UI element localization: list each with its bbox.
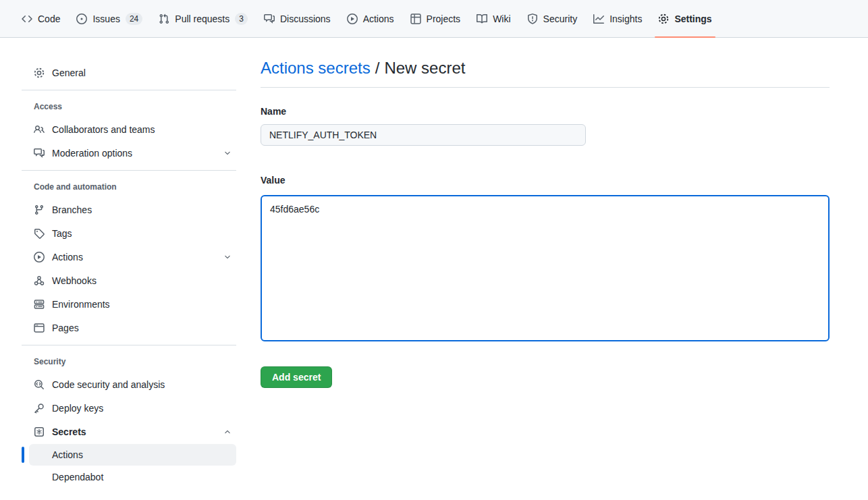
main-content: Actions secrets/New secret Name Value 45… bbox=[243, 38, 830, 388]
secrets-icon bbox=[34, 426, 45, 437]
sidebar-item-label: Code security and analysis bbox=[52, 379, 165, 390]
name-field-label: Name bbox=[261, 105, 830, 119]
actions-secrets-breadcrumb-link[interactable]: Actions secrets bbox=[261, 59, 371, 77]
tab-label: Settings bbox=[674, 11, 711, 26]
sidebar-item-pages[interactable]: Pages bbox=[29, 316, 236, 339]
key-icon bbox=[34, 403, 45, 414]
codescan-icon bbox=[34, 379, 45, 390]
sidebar-item-webhooks[interactable]: Webhooks bbox=[29, 269, 236, 292]
issues-count-badge: 24 bbox=[126, 13, 142, 25]
table-icon bbox=[410, 13, 421, 24]
tab-label: Projects bbox=[427, 11, 461, 26]
sidebar-section-security: Security bbox=[34, 355, 243, 368]
sidebar-item-label: Tags bbox=[52, 228, 72, 239]
issue-opened-icon bbox=[76, 13, 87, 24]
tab-label: Pull requests bbox=[175, 11, 229, 26]
tab-label: Code bbox=[38, 11, 60, 26]
sidebar-item-branches[interactable]: Branches bbox=[29, 198, 236, 221]
comment-discussion-icon bbox=[34, 148, 45, 159]
tab-projects[interactable]: Projects bbox=[405, 7, 466, 30]
tab-issues[interactable]: Issues 24 bbox=[71, 7, 148, 30]
git-branch-icon bbox=[34, 204, 45, 215]
tab-label: Actions bbox=[363, 11, 394, 26]
webhook-icon bbox=[34, 275, 45, 286]
sidebar-section-access: Access bbox=[34, 100, 243, 113]
graph-icon bbox=[593, 13, 604, 24]
tab-settings[interactable]: Settings bbox=[653, 7, 717, 30]
tab-code[interactable]: Code bbox=[16, 7, 65, 30]
sidebar-item-actions[interactable]: Actions bbox=[29, 245, 236, 269]
add-secret-button[interactable]: Add secret bbox=[261, 366, 332, 388]
gear-icon bbox=[658, 13, 669, 24]
sidebar-subitem-secrets-actions[interactable]: Actions bbox=[29, 444, 236, 466]
chevron-up-icon bbox=[223, 428, 232, 436]
divider bbox=[261, 87, 830, 88]
tab-pull-requests[interactable]: Pull requests 3 bbox=[153, 7, 253, 30]
sidebar-item-label: General bbox=[52, 67, 86, 78]
tag-icon bbox=[34, 228, 45, 239]
sidebar-item-label: Secrets bbox=[52, 426, 86, 437]
chevron-down-icon bbox=[223, 149, 232, 157]
play-icon bbox=[347, 13, 358, 24]
secret-name-input[interactable] bbox=[261, 124, 586, 146]
tab-discussions[interactable]: Discussions bbox=[259, 7, 336, 30]
divider bbox=[22, 90, 236, 90]
sidebar-item-moderation-options[interactable]: Moderation options bbox=[29, 141, 236, 165]
sidebar-item-code-security-and-analysis[interactable]: Code security and analysis bbox=[29, 372, 236, 396]
server-icon bbox=[34, 299, 45, 310]
play-icon bbox=[34, 252, 45, 262]
sidebar-item-secrets[interactable]: Secrets bbox=[29, 420, 236, 443]
tab-label: Wiki bbox=[493, 11, 510, 26]
pull-requests-count-badge: 3 bbox=[235, 13, 248, 25]
repo-tab-nav: Code Issues 24 Pull requests 3 Discussio… bbox=[0, 0, 868, 38]
sidebar-item-label: Actions bbox=[52, 252, 83, 262]
tab-insights[interactable]: Insights bbox=[588, 7, 647, 30]
page-title: Actions secrets/New secret bbox=[261, 58, 830, 78]
divider bbox=[22, 345, 236, 345]
chevron-down-icon bbox=[223, 253, 232, 261]
sidebar-item-label: Environments bbox=[52, 299, 110, 310]
gear-icon bbox=[34, 67, 45, 78]
sidebar-subitem-label: Dependabot bbox=[52, 472, 103, 482]
browser-icon bbox=[34, 323, 45, 333]
sidebar-item-label: Moderation options bbox=[52, 148, 132, 159]
tab-wiki[interactable]: Wiki bbox=[471, 7, 516, 30]
tab-security[interactable]: Security bbox=[522, 7, 583, 30]
tab-label: Discussions bbox=[280, 11, 331, 26]
sidebar-item-label: Collaborators and teams bbox=[52, 124, 155, 135]
secret-value-textarea[interactable]: 45fd6ae56c bbox=[261, 195, 830, 341]
sidebar-item-label: Webhooks bbox=[52, 275, 97, 286]
git-pull-request-icon bbox=[159, 13, 169, 24]
sidebar-item-label: Branches bbox=[52, 204, 92, 215]
divider bbox=[22, 170, 236, 171]
comment-discussion-icon bbox=[264, 13, 275, 24]
sidebar-item-environments[interactable]: Environments bbox=[29, 292, 236, 316]
tab-label: Insights bbox=[609, 11, 642, 26]
breadcrumb-separator: / bbox=[375, 59, 380, 77]
settings-sidebar: General Access Collaborators and teams M… bbox=[0, 38, 243, 489]
sidebar-item-collaborators-and-teams[interactable]: Collaborators and teams bbox=[29, 117, 236, 141]
sidebar-item-tags[interactable]: Tags bbox=[29, 221, 236, 245]
sidebar-subitem-secrets-dependabot[interactable]: Dependabot bbox=[29, 466, 236, 488]
sidebar-subitem-label: Actions bbox=[52, 449, 83, 460]
sidebar-item-label: Pages bbox=[52, 323, 79, 333]
tab-label: Security bbox=[543, 11, 578, 26]
tab-actions[interactable]: Actions bbox=[342, 7, 400, 30]
sidebar-section-code-and-automation: Code and automation bbox=[34, 180, 243, 194]
tab-label: Issues bbox=[92, 11, 119, 26]
sidebar-item-label: Deploy keys bbox=[52, 403, 103, 414]
shield-icon bbox=[527, 13, 538, 24]
sidebar-item-deploy-keys[interactable]: Deploy keys bbox=[29, 396, 236, 420]
value-field-label: Value bbox=[261, 173, 830, 188]
code-icon bbox=[22, 13, 32, 24]
book-icon bbox=[477, 13, 487, 24]
people-icon bbox=[34, 124, 45, 135]
breadcrumb-current: New secret bbox=[384, 59, 465, 77]
sidebar-item-general[interactable]: General bbox=[29, 61, 236, 84]
